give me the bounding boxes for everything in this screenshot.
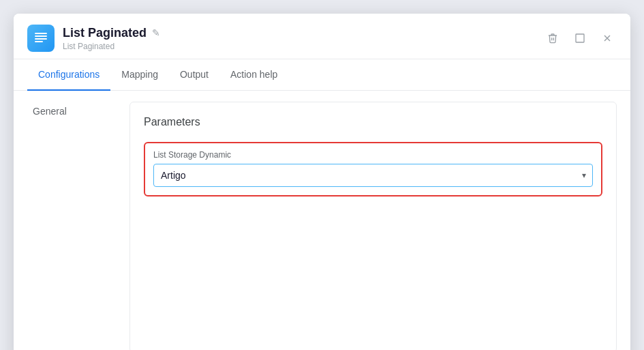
- window-title: List Paginated: [63, 26, 147, 40]
- tabs-bar: Configurations Mapping Output Action hel…: [14, 59, 630, 91]
- window-subtitle: List Paginated: [63, 42, 543, 51]
- svg-rect-2: [35, 38, 47, 40]
- sidebar-item-general[interactable]: General: [27, 102, 119, 121]
- close-button[interactable]: [598, 29, 617, 48]
- svg-rect-0: [35, 33, 47, 34]
- svg-rect-3: [35, 41, 43, 42]
- list-icon: [33, 30, 49, 46]
- params-title: Parameters: [144, 116, 602, 128]
- tab-action-help[interactable]: Action help: [219, 59, 288, 91]
- delete-button[interactable]: [543, 29, 562, 48]
- title-bar: List Paginated ✎ List Paginated: [14, 14, 630, 59]
- sidebar: General: [27, 102, 129, 350]
- window-controls: [543, 29, 617, 48]
- field-label-list-storage: List Storage Dynamic: [153, 150, 593, 160]
- list-storage-dynamic-select[interactable]: Artigo: [153, 164, 593, 187]
- field-group-list-storage: List Storage Dynamic Artigo ▾: [144, 142, 602, 196]
- tab-output[interactable]: Output: [169, 59, 219, 91]
- svg-rect-1: [35, 35, 47, 37]
- tab-configurations[interactable]: Configurations: [27, 59, 110, 91]
- edit-title-icon[interactable]: ✎: [152, 27, 160, 38]
- main-panel: Parameters List Storage Dynamic Artigo ▾: [129, 102, 617, 350]
- svg-rect-4: [576, 34, 584, 42]
- title-info: List Paginated ✎ List Paginated: [63, 26, 543, 51]
- tab-mapping[interactable]: Mapping: [110, 59, 169, 91]
- select-wrapper: Artigo ▾: [153, 164, 593, 187]
- content-area: General Parameters List Storage Dynamic …: [14, 91, 630, 350]
- main-window: List Paginated ✎ List Paginated: [14, 14, 630, 350]
- title-main: List Paginated ✎: [63, 26, 543, 40]
- app-icon: [27, 25, 55, 52]
- resize-button[interactable]: [570, 29, 589, 48]
